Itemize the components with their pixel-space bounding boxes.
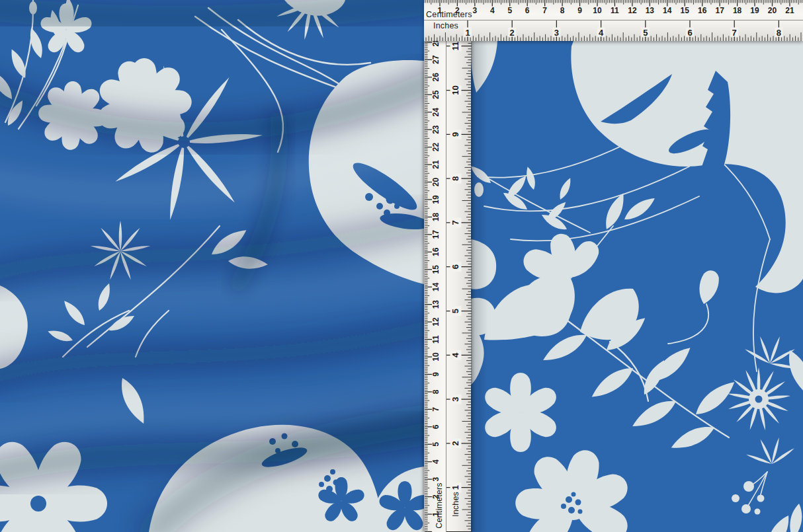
cm-number: 20 — [768, 6, 777, 15]
cm-number: 10 — [593, 6, 602, 15]
cm-number: 7 — [542, 6, 547, 15]
vertical-ruler-scale: 1234567891011121314151617181920212223242… — [425, 41, 472, 532]
fabric-photo-crumpled — [0, 0, 424, 532]
cm-number: 10 — [431, 352, 441, 361]
cm-number: 8 — [431, 389, 441, 394]
cm-number: 6 — [431, 424, 441, 429]
cm-number: 4 — [490, 6, 495, 15]
cm-number: 9 — [431, 372, 441, 377]
vertical-inches-label: Inches — [451, 478, 460, 531]
cm-number: 4 — [431, 459, 441, 464]
inch-number: 9 — [450, 132, 460, 137]
cm-number: 5 — [431, 442, 441, 447]
cm-number: 9 — [577, 6, 582, 15]
cm-number: 12 — [628, 6, 637, 15]
horizontal-centimeters-label: Centimeters — [426, 10, 472, 19]
horizontal-inches-label: Inches — [433, 21, 458, 30]
cm-number: 17 — [715, 6, 724, 15]
inch-number: 4 — [599, 28, 604, 38]
inch-number: 4 — [450, 352, 460, 358]
cm-number: 14 — [431, 282, 441, 291]
cm-number: 16 — [431, 247, 441, 256]
inch-number: 5 — [643, 28, 648, 38]
inch-number: 7 — [450, 220, 460, 225]
inch-number: 8 — [450, 176, 460, 180]
horizontal-ruler: 1234567891011121314151617181920211234567… — [424, 0, 803, 41]
inch-number: 2 — [450, 441, 460, 445]
cm-number: 11 — [611, 6, 619, 15]
cm-number: 27 — [431, 55, 441, 64]
inch-number: 7 — [732, 28, 737, 38]
cm-number: 21 — [785, 6, 794, 15]
cm-number: 3 — [473, 6, 478, 15]
cm-number: 28 — [431, 41, 441, 47]
cm-number: 12 — [431, 317, 441, 326]
vertical-ruler-divider — [446, 41, 446, 532]
cm-number: 19 — [431, 195, 441, 204]
cm-number: 15 — [431, 265, 441, 274]
cm-number: 25 — [431, 90, 441, 99]
cm-number: 13 — [646, 6, 655, 15]
cm-number: 16 — [698, 6, 707, 15]
fabric-listing-photo: 1234567891011121314151617181920211234567… — [0, 0, 803, 532]
horizontal-ruler-divider — [424, 20, 803, 20]
inch-number: 8 — [777, 28, 781, 38]
cm-number: 23 — [431, 125, 441, 134]
cm-number: 17 — [431, 230, 441, 239]
ruler-cast-shadow — [471, 41, 488, 532]
cm-number: 14 — [663, 6, 672, 15]
fabric-swatch-flat — [471, 41, 803, 532]
inch-number: 6 — [450, 264, 460, 269]
cm-number: 13 — [431, 300, 441, 309]
vertical-ruler: 1234567891011121314151617181920212223242… — [424, 41, 471, 532]
inch-number: 5 — [450, 309, 460, 313]
inch-number: 10 — [450, 85, 460, 95]
cm-number: 5 — [507, 6, 512, 15]
cm-number: 19 — [750, 6, 759, 15]
inch-number: 1 — [465, 28, 470, 38]
inch-number: 2 — [510, 28, 515, 38]
cm-number: 24 — [431, 108, 441, 117]
cm-number: 18 — [733, 6, 742, 15]
cm-number: 8 — [560, 6, 565, 15]
inch-number: 3 — [554, 28, 559, 38]
inch-number: 11 — [450, 42, 460, 51]
cm-number: 6 — [525, 6, 530, 15]
cm-number: 21 — [431, 160, 441, 169]
inch-number: 6 — [687, 28, 692, 38]
inch-number: 3 — [450, 397, 460, 401]
cm-number: 18 — [431, 212, 441, 221]
cm-number: 20 — [431, 178, 441, 187]
vertical-centimeters-label: Centimeters — [435, 479, 444, 532]
cm-number: 22 — [431, 143, 441, 152]
cm-number: 11 — [431, 335, 441, 344]
cm-number: 26 — [431, 73, 441, 82]
cm-number: 7 — [431, 407, 441, 412]
cm-number: 15 — [681, 6, 690, 15]
horizontal-ruler-scale: 1234567891011121314151617181920211234567… — [424, 0, 803, 41]
